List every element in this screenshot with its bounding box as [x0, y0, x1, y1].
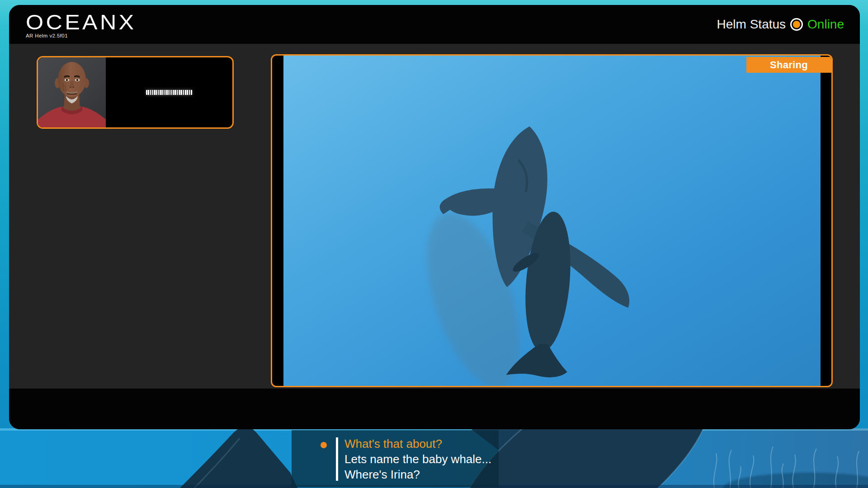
subtitle-line: What's that about? — [344, 436, 491, 451]
subtitle-divider — [336, 437, 338, 481]
subtitle-line: Lets name the baby whale... — [344, 451, 491, 467]
helm-panel: OCEANX AR Helm v2.5f01 Helm Status Onlin… — [9, 5, 860, 429]
status-label: Helm Status — [717, 17, 786, 32]
subtitle-overlay: What's that about? Lets name the baby wh… — [292, 430, 499, 487]
subtitle-line: Where's Irina? — [344, 467, 491, 482]
oceanx-logo: OCEANX — [26, 11, 136, 33]
audio-level-bars-icon — [146, 90, 192, 95]
status-dot-icon — [792, 19, 802, 29]
sharing-badge[interactable]: Sharing — [746, 57, 831, 73]
footer-bar — [9, 389, 860, 429]
status-value: Online — [807, 17, 844, 32]
audio-level-area — [106, 57, 232, 127]
sharing-badge-label: Sharing — [770, 59, 808, 71]
logo-block: OCEANX AR Helm v2.5f01 — [26, 11, 129, 38]
subtitle-bullet-icon — [321, 442, 327, 448]
participant-avatar — [38, 57, 106, 127]
underwater-video-feed — [283, 56, 821, 386]
helm-status: Helm Status Online — [717, 5, 844, 44]
shared-video-frame[interactable]: Sharing — [271, 54, 833, 387]
header-bar: OCEANX AR Helm v2.5f01 Helm Status Onlin… — [9, 5, 860, 44]
participant-card[interactable] — [37, 56, 234, 129]
